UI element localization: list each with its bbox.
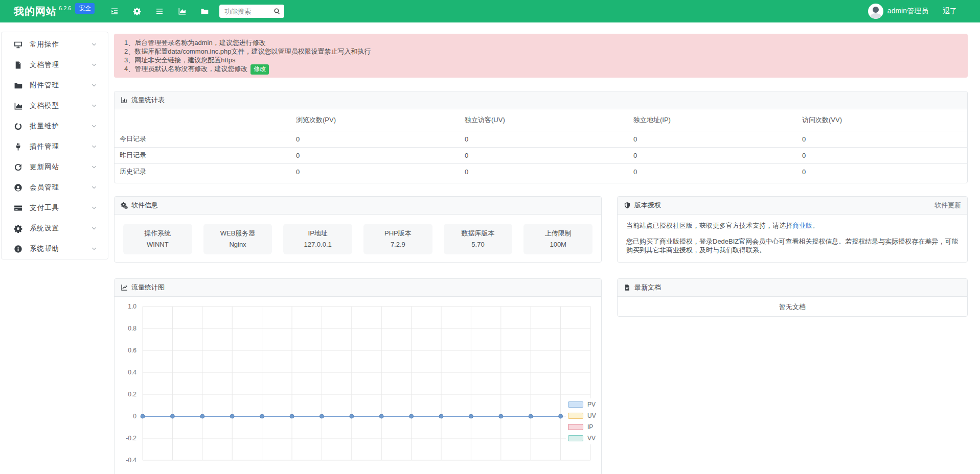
software-tile: PHP版本7.2.9: [363, 224, 432, 254]
software-update-link[interactable]: 软件更新: [935, 201, 961, 210]
table-row: 历史记录0000: [115, 163, 968, 180]
sidebar-item-label: 文档管理: [30, 60, 59, 69]
traffic-chart-body: 1.00.80.60.40.20-0.2-0.4 PVUVIPVV: [115, 297, 601, 474]
menu-icon[interactable]: [155, 7, 164, 15]
notice-line: 2、数据库配置data/common.inc.php文件，建议您以管理员权限设置…: [124, 47, 958, 56]
legend-swatch: [568, 435, 583, 441]
sidebar-item-label: 更新网站: [30, 162, 59, 172]
table-cell: 0: [461, 131, 629, 147]
sidebar-item-update-website[interactable]: 更新网站: [2, 157, 108, 177]
column-header: 访问次数(VV): [798, 109, 968, 131]
collapse-sidebar-icon[interactable]: [110, 7, 119, 15]
license-paragraph-2: 您已购买了商业版授权，登录DedeBIZ官网会员中心可查看相关授权信息。若授权结…: [626, 237, 959, 255]
avatar[interactable]: [868, 4, 883, 19]
legend-item-VV[interactable]: VV: [568, 433, 596, 444]
legend-item-UV[interactable]: UV: [568, 410, 596, 421]
software-info-header: 软件信息: [115, 197, 601, 215]
sidebar-item-label: 系统帮助: [30, 244, 59, 253]
chart-legend: PVUVIPVV: [566, 398, 598, 444]
table-header-row: 浏览次数(PV)独立访客(UV)独立地址(IP)访问次数(VV): [115, 109, 968, 131]
tile-label: PHP版本: [363, 229, 432, 238]
table-row: 昨日记录0000: [115, 147, 968, 163]
shield-icon: [624, 202, 631, 209]
legend-item-PV[interactable]: PV: [568, 399, 596, 410]
license-title: 版本授权: [634, 201, 661, 210]
version-label: 6.2.6: [59, 5, 71, 11]
tile-label: 操作系统: [123, 229, 192, 238]
software-tile: 操作系统WINNT: [123, 224, 192, 254]
folder-icon: [14, 81, 22, 90]
brand: 我的网站 6.2.6 安全: [14, 0, 95, 22]
table-cell: 0: [629, 163, 798, 180]
edit-badge-button[interactable]: 修改: [250, 64, 269, 75]
table-cell: 0: [629, 147, 798, 163]
sidebar-item-document-models[interactable]: 文档模型: [2, 96, 108, 116]
tile-value: 100M: [523, 241, 592, 249]
latest-docs-empty: 暂无文档: [618, 297, 967, 317]
sidebar-item-system-settings[interactable]: 系统设置: [2, 218, 108, 239]
sidebar-item-label: 文档模型: [30, 101, 59, 110]
tile-value: 5.70: [444, 241, 513, 249]
chevron-down-icon: [90, 143, 98, 150]
sidebar-item-attachment-management[interactable]: 附件管理: [2, 75, 108, 96]
svg-text:0.2: 0.2: [128, 391, 136, 398]
traffic-table-card: 流量统计表 浏览次数(PV)独立访客(UV)独立地址(IP)访问次数(VV)今日…: [114, 91, 968, 183]
sidebar-item-label: 插件管理: [30, 142, 59, 151]
table-cell: 0: [292, 147, 461, 163]
user-circle-icon: [14, 183, 22, 192]
table-cell: 0: [292, 163, 461, 180]
credit-card-icon: [14, 204, 22, 212]
security-badge[interactable]: 安全: [75, 3, 95, 14]
bar-chart-icon: [121, 97, 128, 104]
software-tile: 上传限制100M: [523, 224, 592, 254]
svg-text:1.0: 1.0: [128, 303, 136, 310]
svg-text:0: 0: [133, 413, 136, 420]
sidebar-item-plugin-management[interactable]: 插件管理: [2, 136, 108, 157]
svg-text:-0.2: -0.2: [126, 435, 136, 442]
tile-value: 127.0.0.1: [283, 241, 352, 249]
software-tile: IP地址127.0.0.1: [283, 224, 352, 254]
chevron-down-icon: [90, 82, 98, 89]
chevron-down-icon: [90, 102, 98, 109]
sidebar-item-label: 批量维护: [30, 122, 59, 131]
legend-label: IP: [587, 423, 593, 431]
circle-notch-icon: [14, 122, 22, 131]
tile-label: WEB服务器: [203, 229, 272, 238]
column-header: 独立地址(IP): [629, 109, 798, 131]
commercial-edition-link[interactable]: 商业版: [792, 222, 812, 229]
chart-area-icon[interactable]: [178, 7, 186, 15]
logout-button[interactable]: 退了: [943, 7, 957, 16]
sidebar-item-member-management[interactable]: 会员管理: [2, 177, 108, 198]
legend-swatch: [568, 401, 583, 408]
chevron-down-icon: [90, 41, 98, 48]
tile-value: Nginx: [203, 241, 272, 249]
line-chart-icon: [121, 284, 128, 291]
software-tile: 数据库版本5.70: [444, 224, 513, 254]
file-text-icon: [14, 61, 22, 69]
latest-docs-title: 最新文档: [634, 283, 661, 292]
folder-icon[interactable]: [200, 7, 209, 15]
sidebar-item-batch-maintenance[interactable]: 批量维护: [2, 116, 108, 136]
chevron-down-icon: [90, 163, 98, 171]
legend-item-IP[interactable]: IP: [568, 421, 596, 433]
traffic-table-title: 流量统计表: [131, 96, 165, 105]
search-icon[interactable]: [274, 8, 281, 15]
table-row: 今日记录0000: [115, 131, 968, 147]
svg-text:0.8: 0.8: [128, 325, 136, 332]
username[interactable]: admin管理员: [887, 7, 928, 16]
legend-label: PV: [587, 401, 596, 408]
sidebar-item-label: 常用操作: [30, 40, 59, 49]
sidebar-item-common-operations[interactable]: 常用操作: [2, 34, 108, 55]
sidebar-item-document-management[interactable]: 文档管理: [2, 55, 108, 75]
sidebar-item-payment-tools[interactable]: 支付工具: [2, 198, 108, 218]
sidebar-item-system-help[interactable]: 系统帮助: [2, 239, 108, 259]
search-box: [219, 5, 284, 18]
tile-label: 上传限制: [523, 229, 592, 238]
chevron-down-icon: [90, 184, 98, 191]
notice-line: 1、后台管理登录名称为admin，建议您进行修改: [124, 38, 958, 47]
desktop-icon: [14, 40, 22, 49]
latest-docs-card: 最新文档 暂无文档: [617, 278, 968, 317]
chevron-down-icon: [90, 204, 98, 211]
notice-line: 4、管理员默认名称没有修改，建议您修改修改: [124, 64, 958, 75]
settings-icon[interactable]: [133, 7, 141, 15]
